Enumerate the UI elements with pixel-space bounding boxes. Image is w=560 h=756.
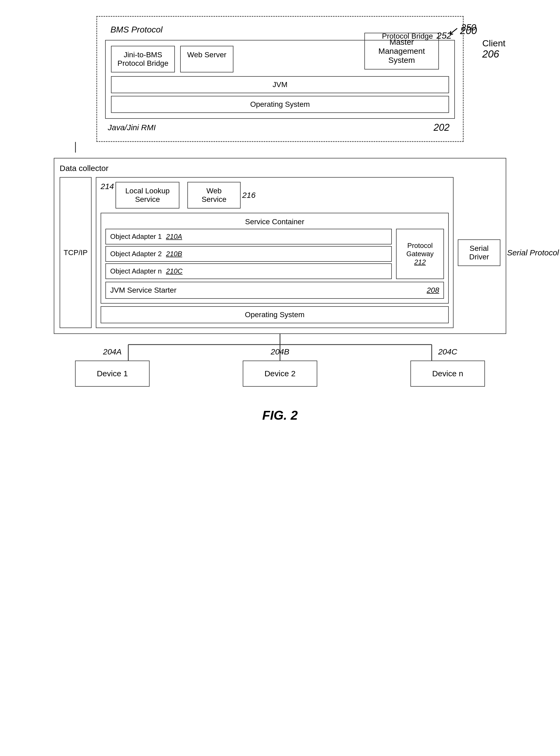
java-jini-label: Java/Jini RMI [108,123,156,132]
protocol-bridge-outer: Protocol Bridge 252 Jini-to-BMS Protocol… [105,40,455,119]
device-n-ref: 204C [438,347,457,356]
dc-os-box: Operating System [101,306,449,323]
data-collector-label: Data collector [60,164,500,173]
local-lookup-ref: 214 [101,182,114,191]
protocol-bridge-label: Protocol Bridge 252 [382,31,452,41]
device-1-group: 204A Device 1 [75,361,149,387]
client-os-box: Operating System [111,96,449,113]
data-collector-box: Data collector TCP/IP 214 Local Lookup S… [54,158,506,334]
sc-inner-row: Object Adapter 1 210A Object Adapter 2 2… [105,229,444,279]
adapter-n-box: Object Adapter n 210C [105,263,392,279]
device-1-box: Device 1 [75,361,149,387]
serial-driver-group: Serial Driver Serial Protocol [458,177,500,328]
pb-top-row: Jini-to-BMS Protocol Bridge Web Server [111,46,449,73]
devices-row: 204A Device 1 204B Device 2 204C Device … [54,361,506,387]
java-jini-row: Java/Jini RMI 202 [105,122,455,133]
web-service-box: Web Service [187,182,241,209]
adapters-col: Object Adapter 1 210A Object Adapter 2 2… [105,229,392,279]
protocol-gateway-box: Protocol Gateway 212 [396,229,444,279]
ref-202: 202 [434,122,449,133]
protocol-gateway-label: Protocol Gateway [401,241,439,258]
jvm-service-starter-box: JVM Service Starter 208 [105,282,444,299]
web-server-box: Web Server [180,46,234,73]
client-label-group: Client 206 [482,38,505,60]
device-n-group: 204C Device n [411,361,485,387]
local-lookup-group: 214 Local Lookup Service [101,182,179,209]
device-2-box: Device 2 [243,361,317,387]
adapter-1-box: Object Adapter 1 210A [105,229,392,245]
service-container-label: Service Container [105,217,444,226]
fig-label: FIG. 2 [262,408,298,423]
device-1-ref: 204A [103,347,122,356]
jini-bms-box: Jini-to-BMS Protocol Bridge [111,46,175,73]
tcpip-box: TCP/IP [60,177,92,328]
client-box: Client 206 BMS Protocol Master Managemen… [96,16,464,142]
device-2-group: 204B Device 2 [243,361,317,387]
diagram-wrapper: ↙ 200 Client 206 BMS Protocol Master Man… [40,16,520,423]
adapter-2-box: Object Adapter 2 210B [105,246,392,262]
serial-protocol-label: Serial Protocol [507,248,559,257]
client-ref: 206 [482,49,505,60]
protocol-gateway-ref: 212 [414,258,425,266]
mms-ref: 250 [461,22,476,33]
device-2-ref: 204B [271,347,289,356]
web-service-ref: 216 [242,191,256,200]
local-lookup-box: Local Lookup Service [116,182,179,209]
protocol-bridge-ref: 252 [437,31,452,40]
service-container: Service Container Object Adapter 1 210A … [101,213,449,304]
bms-protocol-label: BMS Protocol [111,25,163,35]
dc-content: TCP/IP 214 Local Lookup Service [60,177,500,328]
client-label: Client [482,38,505,49]
serial-driver-box: Serial Driver [458,239,500,266]
device-n-box: Device n [411,361,485,387]
web-service-group: Web Service 216 [187,182,256,209]
local-web-row: 214 Local Lookup Service Web Service 216 [101,182,449,209]
vertical-connector-1 [54,142,506,153]
jvm-box: JVM [111,76,449,93]
dc-main-inner: 214 Local Lookup Service Web Service 216 [96,177,454,328]
